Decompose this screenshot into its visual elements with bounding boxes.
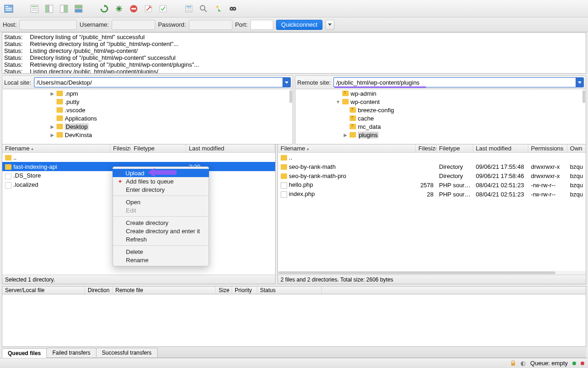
local-status: Selected 1 directory. <box>2 275 275 284</box>
remote-tree[interactable]: wp-admin▼wp-contentbreeze-configcachemc_… <box>295 89 586 144</box>
scrollbar-thumb[interactable] <box>289 90 292 103</box>
list-row[interactable]: .. <box>2 153 275 162</box>
menu-delete[interactable]: Delete <box>113 247 209 256</box>
qcol-direction[interactable]: Direction <box>85 287 113 294</box>
upload-arrow-icon: ↑ <box>116 170 123 177</box>
status-dot-green <box>572 362 576 365</box>
reconnect-icon[interactable] <box>157 3 169 15</box>
list-row[interactable]: seo-by-rank-math-proDirectory09/06/21 17… <box>278 171 586 180</box>
tree-item[interactable]: ▼wp-content <box>295 98 586 106</box>
local-list-header[interactable]: Filename Filesize Filetype Last modified <box>2 144 275 153</box>
tree-item[interactable]: .vscode <box>2 106 293 114</box>
queue-header[interactable]: Server/Local file Direction Remote file … <box>2 286 586 294</box>
menu-enter-directory[interactable]: Enter directory <box>113 185 209 194</box>
message-log[interactable]: Status:Directory listing of "/public_htm… <box>2 32 586 74</box>
menu-add-to-queue[interactable]: ✦Add files to queue <box>113 177 209 185</box>
local-path-dropdown[interactable] <box>283 77 291 87</box>
transfer-tabs: Queued files Failed transfers Successful… <box>2 347 586 358</box>
remote-rows[interactable]: ..seo-by-rank-mathDirectory09/06/21 17:5… <box>278 153 586 271</box>
menu-rename[interactable]: Rename <box>113 256 209 264</box>
username-input[interactable] <box>112 20 155 30</box>
lock-icon <box>510 361 516 366</box>
toggle-queue-icon[interactable] <box>73 3 85 15</box>
local-path-input[interactable] <box>34 77 283 87</box>
qcol-status[interactable]: Status <box>257 287 322 294</box>
tab-success[interactable]: Successful transfers <box>96 348 158 357</box>
svg-rect-5 <box>32 6 37 7</box>
menu-refresh[interactable]: Refresh <box>113 235 209 243</box>
help-icon[interactable]: ◐ <box>520 360 526 367</box>
search-icon[interactable] <box>198 3 209 15</box>
tree-item[interactable]: wp-admin <box>295 89 586 98</box>
qcol-priority[interactable]: Priority <box>232 287 257 294</box>
qcol-size[interactable]: Size <box>216 287 232 294</box>
qcol-server[interactable]: Server/Local file <box>2 287 85 294</box>
tree-item[interactable]: cache <box>295 114 586 122</box>
main-toolbar <box>0 0 588 17</box>
port-label: Port: <box>235 21 248 28</box>
compare-icon[interactable] <box>212 3 224 15</box>
queue-status: Queue: empty <box>530 360 568 367</box>
col-filetype[interactable]: Filetype <box>131 144 186 152</box>
svg-point-14 <box>118 7 120 10</box>
tree-item[interactable]: ▶Desktop <box>2 122 293 131</box>
tab-queued[interactable]: Queued files <box>2 348 47 358</box>
remote-list-header[interactable]: Filename Filesize Filetype Last modified… <box>278 144 586 153</box>
col-filesize[interactable]: Filesize <box>110 144 131 152</box>
remote-status: 2 files and 2 directories. Total size: 2… <box>278 275 586 284</box>
annotation-underline <box>334 86 426 88</box>
port-input[interactable] <box>250 20 273 30</box>
svg-rect-12 <box>75 5 82 8</box>
filter-icon[interactable] <box>183 3 195 15</box>
password-input[interactable] <box>189 20 232 30</box>
cancel-icon[interactable] <box>128 3 140 15</box>
toggle-local-tree-icon[interactable] <box>43 3 55 15</box>
site-manager-icon[interactable] <box>3 3 15 15</box>
local-tree[interactable]: ▶.npm.putty.vscodeApplications▶Desktop▶D… <box>2 89 293 144</box>
svg-point-23 <box>200 6 205 10</box>
remote-path-input[interactable] <box>334 77 576 87</box>
col-filename[interactable]: Filename <box>278 144 416 152</box>
local-site-bar: Local site: <box>2 75 293 89</box>
col-filetype[interactable]: Filetype <box>436 144 473 152</box>
tree-item[interactable]: breeze-config <box>295 106 586 114</box>
quickconnect-history-dropdown[interactable] <box>325 20 334 30</box>
toggle-remote-tree-icon[interactable] <box>58 3 70 15</box>
menu-create-directory-enter[interactable]: Create directory and enter it <box>113 227 209 235</box>
disconnect-icon[interactable] <box>142 3 154 15</box>
svg-rect-9 <box>49 5 53 12</box>
col-filename[interactable]: Filename <box>2 144 110 152</box>
remote-file-list: Filename Filesize Filetype Last modified… <box>277 144 586 284</box>
qcol-remote[interactable]: Remote file <box>113 287 216 294</box>
tree-item[interactable]: Applications <box>2 114 293 122</box>
tree-item[interactable]: ▶plugins <box>295 131 586 139</box>
menu-open[interactable]: Open <box>113 198 209 206</box>
tree-item[interactable]: ▶.npm <box>2 89 293 98</box>
refresh-icon[interactable] <box>98 3 110 15</box>
menu-create-directory[interactable]: Create directory <box>113 218 209 227</box>
list-row[interactable]: index.php28PHP sour…08/04/21 02:51:23-rw… <box>278 190 586 199</box>
toggle-log-icon[interactable] <box>28 3 40 15</box>
col-lastmod[interactable]: Last modified <box>473 144 528 152</box>
quickconnect-button[interactable]: Quickconnect <box>276 20 322 30</box>
context-menu: ↑Upload ✦Add files to queue Enter direct… <box>113 167 209 266</box>
col-lastmod[interactable]: Last modified <box>186 144 275 152</box>
col-filesize[interactable]: Filesize <box>416 144 436 152</box>
list-row[interactable]: hello.php2578PHP sour…08/04/21 02:51:23-… <box>278 180 586 190</box>
col-own[interactable]: Own <box>567 144 586 152</box>
h-scrollbar[interactable] <box>278 271 586 275</box>
queue-body[interactable] <box>2 294 586 347</box>
local-site-label: Local site: <box>4 79 31 86</box>
find-icon[interactable] <box>227 3 239 15</box>
scrollbar-thumb[interactable] <box>582 90 585 103</box>
tree-item[interactable]: mc_data <box>295 122 586 131</box>
col-perm[interactable]: Permissions <box>528 144 567 152</box>
tree-item[interactable]: ▶DevKinsta <box>2 131 293 139</box>
host-input[interactable] <box>19 20 77 30</box>
list-row[interactable]: .. <box>278 153 586 162</box>
tab-failed[interactable]: Failed transfers <box>46 348 96 357</box>
process-queue-icon[interactable] <box>113 3 125 15</box>
tree-item[interactable]: .putty <box>2 98 293 106</box>
remote-path-dropdown[interactable] <box>576 77 584 87</box>
list-row[interactable]: seo-by-rank-mathDirectory09/06/21 17:55:… <box>278 162 586 171</box>
